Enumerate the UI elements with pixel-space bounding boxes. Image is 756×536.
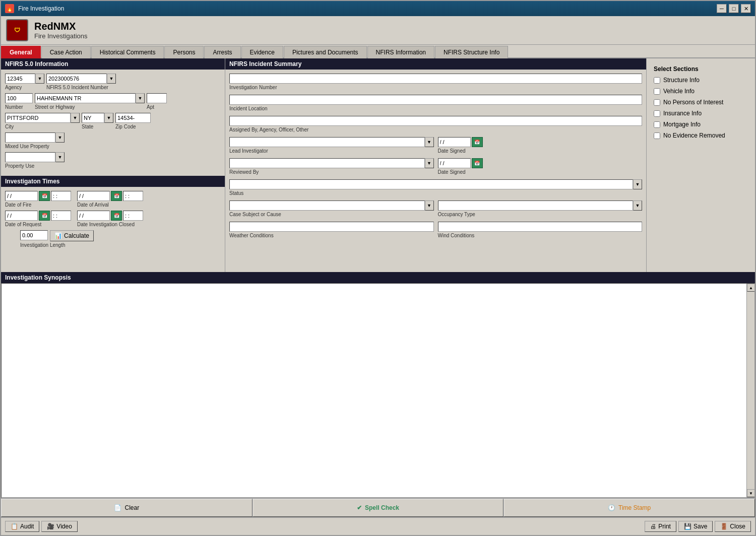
close-button[interactable]: 🚪 Close — [715, 521, 751, 532]
occupancy-type-input[interactable] — [438, 200, 634, 211]
date-request-input[interactable] — [5, 211, 38, 221]
clear-button[interactable]: 📄 Clear — [1, 499, 253, 517]
tab-nfirs-structure-info[interactable]: NFIRS Structure Info — [435, 46, 508, 58]
date-arrival-input[interactable] — [77, 191, 110, 201]
tab-nfirs-information[interactable]: NFIRS Information — [367, 46, 434, 58]
zip-input[interactable] — [115, 113, 151, 123]
case-subject-input[interactable] — [229, 200, 425, 211]
scroll-up-btn[interactable]: ▲ — [747, 284, 755, 292]
street-group: ▼ Street or Highway — [35, 93, 145, 110]
tab-evidence[interactable]: Evidence — [241, 46, 283, 58]
incident-location-label: Incident Location — [229, 106, 268, 111]
weather-wind-row: Weather Conditions Wind Conditions — [229, 222, 642, 239]
case-subject-dropdown[interactable]: ▼ — [425, 200, 434, 211]
agency-dropdown-btn[interactable]: ▼ — [35, 74, 44, 84]
time-closed-input[interactable] — [123, 211, 143, 221]
time-stamp-button[interactable]: 🕐 Time Stamp — [503, 499, 755, 517]
city-dropdown-btn[interactable]: ▼ — [71, 113, 80, 123]
address-row: Number ▼ Street or Highway Apt — [5, 93, 221, 110]
synopsis-textarea[interactable] — [2, 284, 754, 497]
mixed-use-dropdown-btn[interactable]: ▼ — [55, 132, 65, 143]
request-closed-row: 📅 Date of Request 📅 Date Investi — [5, 211, 221, 227]
inv-length-input[interactable] — [20, 230, 48, 240]
weather-input[interactable] — [229, 222, 434, 232]
incident-number-input[interactable] — [46, 74, 107, 84]
tab-historical-comments[interactable]: Historical Comments — [91, 46, 164, 58]
status-input-group: ▼ — [229, 179, 642, 189]
property-use-dropdown-btn[interactable]: ▼ — [55, 152, 65, 162]
lead-investigator-input-group: ▼ — [229, 137, 434, 147]
property-use-input[interactable] — [5, 152, 55, 162]
tab-case-action[interactable]: Case Action — [41, 46, 91, 58]
restore-button[interactable]: □ — [729, 4, 739, 13]
investigation-number-input[interactable] — [229, 74, 642, 84]
save-button[interactable]: 💾 Save — [678, 521, 713, 532]
tab-arrests[interactable]: Arrests — [204, 46, 240, 58]
date-fire-input[interactable] — [5, 191, 38, 201]
mixed-use-input[interactable] — [5, 132, 55, 143]
no-evidence-checkbox[interactable] — [654, 132, 660, 139]
tab-persons[interactable]: Persons — [164, 46, 204, 58]
tab-pictures-documents[interactable]: Pictures and Documents — [284, 46, 367, 58]
date-closed-input[interactable] — [77, 211, 110, 221]
incident-number-group: ▼ NFIRS 5.0 Incident Number — [46, 74, 116, 90]
reviewed-by-input[interactable] — [229, 158, 425, 168]
insurance-info-checkbox[interactable] — [654, 110, 660, 117]
status-input[interactable] — [229, 179, 633, 189]
state-dropdown-btn[interactable]: ▼ — [104, 113, 113, 123]
date-signed1-cal-btn[interactable]: 📅 — [472, 137, 483, 147]
mixed-use-input-group: ▼ — [5, 132, 65, 143]
print-button[interactable]: 🖨 Print — [645, 521, 676, 532]
date-signed2-input[interactable] — [438, 158, 471, 168]
status-block: ▼ Status — [229, 179, 642, 196]
calculate-button[interactable]: 📊 Calculate — [50, 230, 94, 241]
date-closed-cal-btn[interactable]: 📅 — [111, 211, 122, 221]
date-fire-cal-btn[interactable]: 📅 — [39, 191, 50, 201]
no-persons-checkbox[interactable] — [654, 99, 660, 106]
synopsis-section-header: Investigation Synopsis — [1, 272, 755, 283]
occupancy-type-input-group: ▼ — [438, 200, 643, 211]
assigned-by-block: Assigned By, Agency, Officer, Other — [229, 116, 642, 133]
reviewed-by-dropdown[interactable]: ▼ — [425, 158, 434, 168]
date-request-cal-btn[interactable]: 📅 — [39, 211, 50, 221]
status-dropdown[interactable]: ▼ — [633, 179, 642, 189]
state-input[interactable] — [82, 113, 104, 123]
time-arrival-input[interactable] — [123, 191, 143, 201]
wind-input[interactable] — [438, 222, 643, 232]
lead-investigator-dropdown[interactable]: ▼ — [425, 137, 434, 147]
apt-input[interactable] — [147, 93, 167, 103]
scroll-down-btn[interactable]: ▼ — [747, 489, 755, 497]
lead-investigator-input[interactable] — [229, 137, 425, 147]
date-signed1-input[interactable] — [438, 137, 471, 147]
window-title: Fire Investigation — [18, 5, 64, 12]
close-window-button[interactable]: ✕ — [741, 4, 751, 13]
date-arrival-cal-btn[interactable]: 📅 — [111, 191, 122, 201]
time-fire-input[interactable] — [51, 191, 71, 201]
spell-check-button[interactable]: ✔ Spell Check — [253, 499, 504, 517]
vehicle-info-checkbox[interactable] — [654, 88, 660, 95]
date-signed2-cal-btn[interactable]: 📅 — [472, 158, 483, 168]
city-input[interactable] — [5, 113, 71, 123]
incident-number-input-group: ▼ — [46, 74, 116, 84]
mortgage-info-checkbox[interactable] — [654, 121, 660, 128]
time-request-input[interactable] — [51, 211, 71, 221]
street-dropdown-btn[interactable]: ▼ — [136, 93, 145, 103]
mixed-use-label: Mixed Use Property — [5, 144, 65, 149]
agency-input[interactable] — [5, 74, 35, 84]
tab-general[interactable]: General — [1, 46, 41, 58]
weather-label: Weather Conditions — [229, 233, 274, 238]
video-button[interactable]: 🎥 Video — [41, 521, 77, 532]
date-signed1-col: 📅 Date Signed — [438, 137, 643, 154]
city-input-group: ▼ — [5, 113, 80, 123]
street-input[interactable] — [35, 93, 136, 103]
incident-location-input[interactable] — [229, 95, 642, 105]
incident-number-dropdown-btn[interactable]: ▼ — [107, 74, 116, 84]
structure-info-checkbox[interactable] — [654, 77, 660, 84]
audit-button[interactable]: 📋 Audit — [5, 521, 39, 532]
minimize-button[interactable]: ─ — [717, 4, 727, 13]
left-panel: NFIRS 5.0 Information ▼ Agency — [1, 58, 225, 272]
assigned-by-input[interactable] — [229, 116, 642, 126]
nfirs-label: NFIRS 5.0 Incident Number — [46, 85, 116, 90]
occupancy-type-dropdown[interactable]: ▼ — [633, 200, 642, 211]
number-input[interactable] — [5, 93, 33, 103]
